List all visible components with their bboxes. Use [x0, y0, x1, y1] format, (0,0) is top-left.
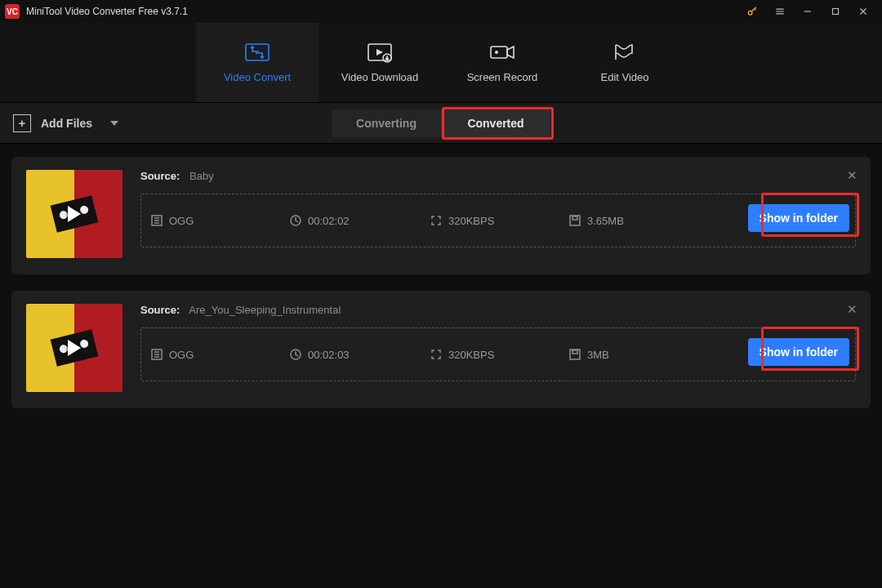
meta-bitrate: 320KBPS	[430, 349, 569, 361]
svg-rect-6	[491, 47, 507, 58]
meta-size: 3MB	[569, 349, 692, 361]
add-files-label: Add Files	[41, 117, 92, 130]
expand-icon	[430, 349, 442, 360]
close-icon[interactable]	[849, 0, 877, 23]
show-in-folder-button[interactable]: Show in folder	[748, 204, 849, 232]
format-icon	[151, 215, 163, 226]
edit-icon	[611, 42, 639, 63]
source-line: Source: Baby	[140, 170, 856, 182]
conversion-status-tabs: Converting Converted	[332, 109, 550, 137]
tab-converted[interactable]: Converted	[441, 109, 550, 137]
remove-item-icon[interactable]: ✕	[847, 302, 858, 317]
thumbnail[interactable]	[26, 170, 122, 258]
meta-bitrate: 320KBPS	[430, 215, 569, 227]
add-files-button[interactable]: Add Files	[13, 114, 118, 132]
format-icon	[151, 349, 163, 360]
plus-icon	[13, 114, 31, 132]
app-logo: VC	[5, 4, 20, 19]
download-icon	[366, 42, 394, 63]
maximize-icon[interactable]	[822, 0, 849, 23]
record-icon	[488, 42, 516, 63]
nav-label: Video Download	[341, 71, 418, 83]
meta-duration: 00:02:02	[290, 215, 430, 227]
thumbnail[interactable]	[26, 304, 122, 392]
play-icon	[68, 340, 81, 356]
source-label: Source:	[140, 304, 180, 316]
titlebar: VC MiniTool Video Converter Free v3.7.1	[0, 0, 882, 23]
svg-rect-15	[572, 350, 577, 354]
converted-item: Source: Baby OGG 00:02:02 320KBPS	[11, 157, 871, 274]
clock-icon	[290, 215, 301, 226]
source-value: Are_You_Sleeping_Instrumental	[189, 304, 341, 316]
play-icon	[68, 206, 81, 222]
nav-label: Video Convert	[224, 71, 291, 83]
converted-list: Source: Baby OGG 00:02:02 320KBPS	[0, 144, 882, 421]
chevron-down-icon	[110, 121, 118, 126]
nav-screen-record[interactable]: Screen Record	[441, 23, 564, 102]
meta-format: OGG	[151, 349, 290, 361]
svg-rect-11	[572, 216, 577, 220]
show-in-folder-button[interactable]: Show in folder	[748, 338, 849, 366]
nav-video-download[interactable]: Video Download	[318, 23, 441, 102]
minimize-icon[interactable]	[794, 0, 822, 23]
source-line: Source: Are_You_Sleeping_Instrumental	[140, 304, 856, 316]
remove-item-icon[interactable]: ✕	[847, 168, 858, 183]
main-nav: Video Convert Video Download Screen Reco…	[0, 23, 882, 103]
svg-rect-10	[570, 216, 580, 225]
window-title: MiniTool Video Converter Free v3.7.1	[26, 6, 188, 17]
svg-rect-14	[570, 350, 580, 359]
clock-icon	[290, 349, 301, 360]
disk-icon	[569, 349, 581, 360]
disk-icon	[569, 215, 581, 226]
tab-converting[interactable]: Converting	[332, 109, 441, 137]
converted-item: Source: Are_You_Sleeping_Instrumental OG…	[11, 291, 871, 408]
nav-label: Edit Video	[600, 71, 648, 83]
files-toolbar: Add Files Converting Converted	[0, 103, 882, 144]
meta-size: 3.65MB	[569, 215, 692, 227]
svg-rect-1	[833, 9, 839, 15]
hamburger-menu-icon[interactable]	[766, 0, 794, 23]
nav-edit-video[interactable]: Edit Video	[564, 23, 686, 102]
source-value: Baby	[189, 170, 214, 182]
svg-point-7	[495, 51, 498, 54]
svg-marker-4	[376, 49, 383, 56]
meta-format: OGG	[151, 215, 290, 227]
nav-label: Screen Record	[467, 71, 538, 83]
convert-icon	[243, 42, 271, 63]
source-label: Source:	[140, 170, 180, 182]
svg-point-0	[748, 11, 752, 15]
expand-icon	[430, 215, 442, 226]
license-key-icon[interactable]	[738, 0, 766, 23]
nav-video-convert[interactable]: Video Convert	[196, 23, 318, 102]
meta-duration: 00:02:03	[290, 349, 430, 361]
svg-rect-2	[246, 44, 269, 60]
